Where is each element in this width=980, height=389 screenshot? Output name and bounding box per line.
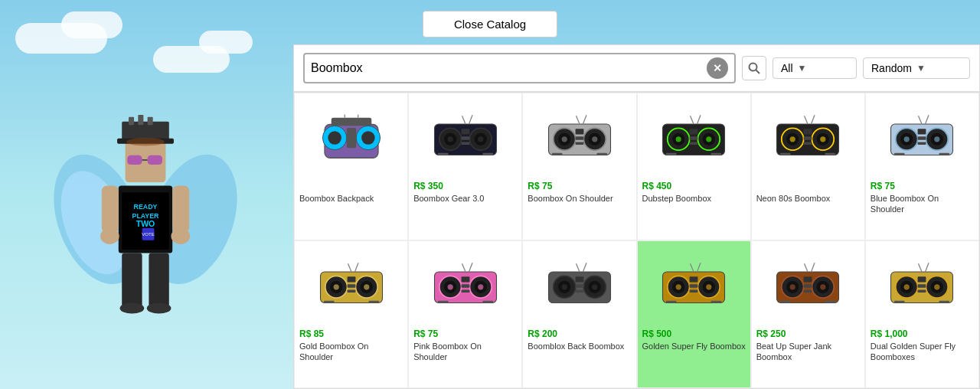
catalog-item[interactable]: R$ 450Dubstep Boombox [637,93,751,240]
search-button[interactable] [742,56,766,80]
item-price: R$ 250 [756,329,786,339]
svg-rect-36 [331,118,371,126]
svg-rect-135 [438,301,449,303]
svg-line-148 [583,263,586,272]
svg-rect-121 [324,301,335,303]
catalog-item[interactable]: R$ 85Gold Boombox On Shoulder [294,240,408,388]
catalog-item[interactable]: R$ 350Boombox Gear 3.0 [408,93,522,240]
catalog-item[interactable]: —Boombox Backpack [294,93,408,240]
svg-point-101 [935,136,940,142]
svg-rect-25 [149,253,168,306]
svg-point-28 [750,64,757,71]
svg-rect-130 [461,276,469,282]
svg-rect-90 [804,142,812,145]
category-filter[interactable]: All ▼ [773,57,857,79]
svg-line-63 [576,116,580,124]
item-name: Blue Boombox On Shoulder [871,193,974,215]
svg-point-143 [592,284,597,289]
svg-rect-132 [461,289,469,293]
svg-rect-186 [918,276,926,282]
svg-point-70 [676,136,681,142]
svg-rect-103 [918,136,926,140]
svg-point-56 [562,136,567,142]
svg-point-59 [592,136,597,142]
svg-rect-61 [576,136,584,140]
svg-rect-35 [346,128,355,148]
svg-line-161 [691,263,694,272]
svg-point-171 [820,284,825,289]
svg-line-29 [756,70,760,74]
search-icon [748,62,760,74]
item-name: Boombox Gear 3.0 [413,193,484,204]
svg-point-168 [790,284,795,289]
item-name: Gold Boombox On Shoulder [299,341,403,363]
search-input[interactable] [311,61,707,75]
item-image [299,100,403,176]
item-price: R$ 200 [528,329,557,339]
catalog-item[interactable]: R$ 75Boombox On Shoulder [522,93,636,240]
svg-point-140 [562,284,567,289]
clear-search-button[interactable]: ✕ [707,57,728,79]
svg-rect-93 [780,153,791,155]
svg-point-23 [171,228,190,244]
svg-line-175 [805,263,808,272]
svg-text:VOTE: VOTE [142,231,155,237]
svg-line-78 [697,115,701,124]
svg-rect-136 [482,301,493,303]
catalog-item[interactable]: R$ 250Beat Up Super Jank Boombox [751,240,865,388]
svg-line-120 [354,263,358,272]
svg-rect-108 [939,153,950,155]
catalog-item[interactable]: R$ 1,000Dual Golden Super Fly Boomboxes [865,240,979,388]
svg-line-91 [805,116,808,124]
search-input-container: ✕ [303,53,736,83]
svg-rect-88 [804,129,812,134]
item-image [756,100,860,176]
svg-point-19 [126,138,164,146]
catalog-item[interactable]: —Neon 80s Boombox [751,93,865,240]
svg-line-105 [919,116,923,124]
svg-rect-20 [102,185,119,233]
svg-point-45 [478,136,483,142]
svg-line-77 [691,116,694,124]
svg-rect-76 [690,142,698,145]
svg-point-84 [790,136,795,142]
svg-text:PLAYER: PLAYER [132,212,160,220]
svg-point-27 [147,303,172,314]
svg-rect-172 [804,276,812,282]
item-image [299,247,403,324]
svg-point-87 [820,136,825,142]
item-price: — [756,181,766,191]
svg-text:TWO: TWO [136,219,155,228]
svg-line-92 [812,115,815,124]
svg-line-134 [469,263,472,272]
item-image [871,247,974,324]
svg-rect-74 [690,129,698,134]
svg-rect-94 [825,153,836,155]
item-image [756,247,860,324]
svg-line-189 [919,263,923,272]
svg-line-190 [926,263,929,272]
svg-rect-144 [576,276,584,282]
svg-rect-163 [666,301,677,303]
svg-rect-89 [804,136,812,140]
catalog-item[interactable]: R$ 75Blue Boombox On Shoulder [865,93,979,240]
svg-rect-187 [918,284,926,288]
svg-rect-150 [596,301,607,303]
catalog-item[interactable]: R$ 75Pink Boombox On Shoulder [408,240,522,388]
sort-filter[interactable]: Random ▼ [863,57,970,79]
item-image [642,247,746,324]
close-catalog-button[interactable]: Close Catalog [423,11,557,38]
svg-point-182 [904,284,910,289]
svg-line-176 [812,263,815,272]
svg-rect-160 [690,289,698,293]
svg-point-98 [904,136,910,142]
svg-rect-60 [576,129,584,134]
catalog-item[interactable]: R$ 500Golden Super Fly Boombox [637,240,751,388]
catalog-item[interactable]: R$ 200Boomblox Back Boombox [522,240,636,388]
item-name: Beat Up Super Jank Boombox [756,341,860,363]
svg-point-157 [706,284,711,289]
svg-rect-51 [438,153,449,155]
item-price: R$ 1,000 [871,329,908,339]
svg-line-106 [926,115,929,124]
catalog-panel: ✕ All ▼ Random ▼ —Boombox B [293,44,980,389]
